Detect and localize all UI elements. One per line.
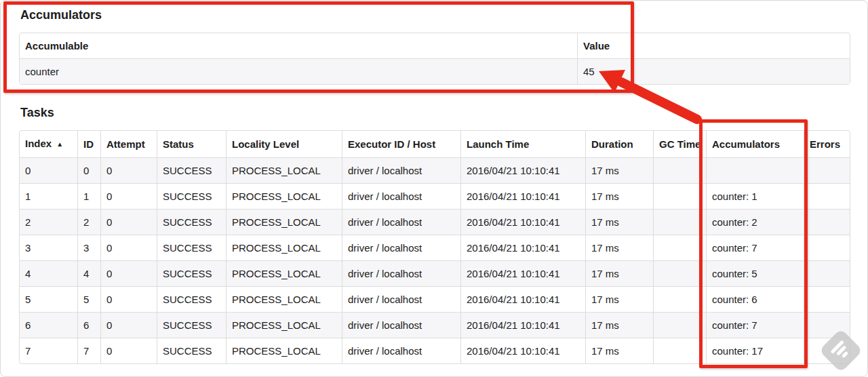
task-accumulators-cell	[706, 157, 804, 183]
tasks-section-title: Tasks	[20, 106, 849, 120]
task-status-cell: SUCCESS	[157, 235, 226, 260]
task-index-cell: 5	[20, 286, 77, 312]
task-attempt-cell: 0	[100, 157, 157, 183]
attempt-column-header[interactable]: Attempt	[100, 131, 157, 157]
task-gc-time-cell	[653, 338, 706, 363]
task-accumulators-cell: counter: 7	[706, 235, 804, 260]
task-attempt-cell: 0	[100, 312, 157, 338]
task-gc-time-cell	[653, 260, 706, 286]
task-executor-cell: driver / localhost	[342, 157, 460, 183]
task-launch-time-cell: 2016/04/21 10:10:41	[460, 235, 585, 260]
launch-time-column-header[interactable]: Launch Time	[460, 131, 585, 157]
task-index-cell: 1	[20, 183, 77, 209]
accumulable-column-header[interactable]: Accumulable	[20, 33, 577, 58]
task-id-cell: 5	[77, 286, 100, 312]
task-errors-cell	[804, 338, 850, 363]
task-accumulators-cell: counter: 17	[706, 338, 804, 363]
task-status-cell: SUCCESS	[157, 209, 226, 235]
task-row: 7 7 0 SUCCESS PROCESS_LOCAL driver / loc…	[20, 338, 850, 363]
task-accumulators-cell: counter: 6	[706, 286, 804, 312]
task-index-cell: 4	[20, 260, 77, 286]
task-row: 3 3 0 SUCCESS PROCESS_LOCAL driver / loc…	[20, 235, 850, 260]
task-id-cell: 2	[77, 209, 100, 235]
task-index-cell: 0	[20, 157, 77, 183]
task-id-cell: 3	[77, 235, 100, 260]
task-launch-time-cell: 2016/04/21 10:10:41	[460, 286, 585, 312]
task-duration-cell: 17 ms	[585, 338, 653, 363]
id-column-header[interactable]: ID	[77, 131, 100, 157]
task-id-cell: 0	[77, 157, 100, 183]
task-row: 0 0 0 SUCCESS PROCESS_LOCAL driver / loc…	[20, 157, 850, 183]
accumulable-value-cell: 45	[577, 58, 850, 84]
task-gc-time-cell	[653, 235, 706, 260]
errors-column-header[interactable]: Errors	[804, 131, 850, 157]
status-column-header[interactable]: Status	[157, 131, 226, 157]
task-launch-time-cell: 2016/04/21 10:10:41	[460, 260, 585, 286]
task-id-cell: 7	[77, 338, 100, 363]
task-locality-cell: PROCESS_LOCAL	[226, 338, 342, 363]
task-locality-cell: PROCESS_LOCAL	[226, 235, 342, 260]
accumulators-column-header[interactable]: Accumulators	[706, 131, 804, 157]
locality-level-column-header[interactable]: Locality Level	[226, 131, 342, 157]
index-column-header[interactable]: Index▲	[20, 131, 77, 157]
task-attempt-cell: 0	[100, 260, 157, 286]
task-attempt-cell: 0	[100, 209, 157, 235]
gc-time-column-header[interactable]: GC Time	[653, 131, 706, 157]
task-errors-cell	[804, 235, 850, 260]
task-errors-cell	[804, 260, 850, 286]
task-index-cell: 2	[20, 209, 77, 235]
task-row: 6 6 0 SUCCESS PROCESS_LOCAL driver / loc…	[20, 312, 850, 338]
task-id-cell: 6	[77, 312, 100, 338]
task-accumulators-cell: counter: 1	[706, 183, 804, 209]
task-index-cell: 7	[20, 338, 77, 363]
task-executor-cell: driver / localhost	[342, 312, 460, 338]
accumulables-table: Accumulable Value counter 45	[19, 33, 850, 85]
tasks-header-row: Index▲ ID Attempt Status Locality Level …	[20, 131, 850, 157]
task-errors-cell	[804, 157, 850, 183]
task-accumulators-cell: counter: 5	[706, 260, 804, 286]
executor-id-host-column-header[interactable]: Executor ID / Host	[342, 131, 460, 157]
task-duration-cell: 17 ms	[585, 312, 653, 338]
task-duration-cell: 17 ms	[585, 260, 653, 286]
task-errors-cell	[804, 286, 850, 312]
task-status-cell: SUCCESS	[157, 183, 226, 209]
accumulable-name-cell: counter	[20, 58, 577, 84]
accumulables-header-row: Accumulable Value	[20, 33, 850, 58]
task-accumulators-cell: counter: 7	[706, 312, 804, 338]
task-duration-cell: 17 ms	[585, 235, 653, 260]
task-attempt-cell: 0	[100, 338, 157, 363]
task-row: 2 2 0 SUCCESS PROCESS_LOCAL driver / loc…	[20, 209, 850, 235]
task-launch-time-cell: 2016/04/21 10:10:41	[460, 209, 585, 235]
tasks-table: Index▲ ID Attempt Status Locality Level …	[19, 130, 850, 364]
task-locality-cell: PROCESS_LOCAL	[226, 183, 342, 209]
task-launch-time-cell: 2016/04/21 10:10:41	[460, 312, 585, 338]
task-duration-cell: 17 ms	[585, 286, 653, 312]
task-locality-cell: PROCESS_LOCAL	[226, 260, 342, 286]
task-locality-cell: PROCESS_LOCAL	[226, 157, 342, 183]
duration-column-header[interactable]: Duration	[585, 131, 653, 157]
value-column-header[interactable]: Value	[577, 33, 850, 58]
task-gc-time-cell	[653, 157, 706, 183]
task-errors-cell	[804, 312, 850, 338]
task-executor-cell: driver / localhost	[342, 209, 460, 235]
task-status-cell: SUCCESS	[157, 286, 226, 312]
page-content: Accumulators Accumulable Value counter 4…	[0, 0, 868, 364]
task-locality-cell: PROCESS_LOCAL	[226, 312, 342, 338]
task-attempt-cell: 0	[100, 286, 157, 312]
task-status-cell: SUCCESS	[157, 312, 226, 338]
task-index-cell: 3	[20, 235, 77, 260]
spark-stage-page: Accumulators Accumulable Value counter 4…	[0, 0, 868, 377]
task-gc-time-cell	[653, 183, 706, 209]
task-executor-cell: driver / localhost	[342, 183, 460, 209]
task-executor-cell: driver / localhost	[342, 338, 460, 363]
task-row: 5 5 0 SUCCESS PROCESS_LOCAL driver / loc…	[20, 286, 850, 312]
task-locality-cell: PROCESS_LOCAL	[226, 209, 342, 235]
task-attempt-cell: 0	[100, 235, 157, 260]
task-attempt-cell: 0	[100, 183, 157, 209]
task-gc-time-cell	[653, 209, 706, 235]
task-gc-time-cell	[653, 312, 706, 338]
task-duration-cell: 17 ms	[585, 209, 653, 235]
index-header-label: Index	[25, 138, 52, 149]
task-row: 4 4 0 SUCCESS PROCESS_LOCAL driver / loc…	[20, 260, 850, 286]
task-launch-time-cell: 2016/04/21 10:10:41	[460, 338, 585, 363]
